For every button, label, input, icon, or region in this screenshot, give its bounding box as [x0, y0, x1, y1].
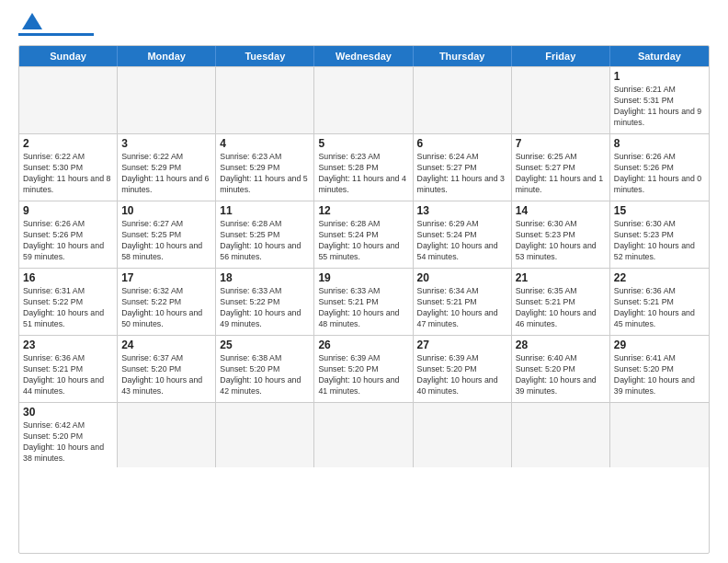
page: SundayMondayTuesdayWednesdayThursdayFrid… — [0, 0, 728, 563]
day-info: Sunrise: 6:33 AM Sunset: 5:21 PM Dayligh… — [318, 286, 408, 330]
calendar-cell-empty-5-4 — [414, 403, 512, 467]
day-number: 5 — [318, 137, 408, 150]
day-number: 8 — [614, 137, 705, 150]
calendar-cell-11: 11Sunrise: 6:28 AM Sunset: 5:25 PM Dayli… — [216, 201, 314, 268]
day-info: Sunrise: 6:39 AM Sunset: 5:20 PM Dayligh… — [318, 353, 408, 397]
calendar-cell-empty-0-5 — [512, 67, 610, 133]
calendar-cell-empty-0-4 — [414, 67, 512, 133]
calendar-row-5: 23Sunrise: 6:36 AM Sunset: 5:21 PM Dayli… — [19, 335, 709, 402]
weekday-header-saturday: Saturday — [610, 46, 709, 66]
calendar-row-1: 1Sunrise: 6:21 AM Sunset: 5:31 PM Daylig… — [19, 66, 709, 133]
calendar-cell-6: 6Sunrise: 6:24 AM Sunset: 5:27 PM Daylig… — [414, 134, 512, 201]
day-number: 16 — [23, 271, 113, 284]
weekday-header-monday: Monday — [118, 46, 216, 66]
calendar-cell-24: 24Sunrise: 6:37 AM Sunset: 5:20 PM Dayli… — [118, 336, 216, 402]
calendar-cell-empty-5-1 — [118, 403, 216, 467]
header — [18, 15, 710, 36]
day-info: Sunrise: 6:28 AM Sunset: 5:24 PM Dayligh… — [318, 219, 408, 263]
day-info: Sunrise: 6:23 AM Sunset: 5:28 PM Dayligh… — [318, 152, 408, 196]
day-number: 13 — [417, 204, 507, 217]
day-info: Sunrise: 6:41 AM Sunset: 5:20 PM Dayligh… — [614, 353, 705, 397]
calendar-cell-21: 21Sunrise: 6:35 AM Sunset: 5:21 PM Dayli… — [512, 269, 610, 335]
calendar-cell-26: 26Sunrise: 6:39 AM Sunset: 5:20 PM Dayli… — [314, 336, 413, 402]
day-number: 6 — [417, 137, 507, 150]
calendar-cell-empty-0-3 — [314, 67, 413, 133]
calendar: SundayMondayTuesdayWednesdayThursdayFrid… — [18, 45, 710, 554]
day-info: Sunrise: 6:30 AM Sunset: 5:23 PM Dayligh… — [516, 219, 606, 263]
calendar-cell-4: 4Sunrise: 6:23 AM Sunset: 5:29 PM Daylig… — [216, 134, 314, 201]
calendar-cell-9: 9Sunrise: 6:26 AM Sunset: 5:26 PM Daylig… — [19, 201, 118, 268]
day-number: 30 — [23, 406, 113, 419]
calendar-cell-14: 14Sunrise: 6:30 AM Sunset: 5:23 PM Dayli… — [512, 201, 610, 268]
day-info: Sunrise: 6:32 AM Sunset: 5:22 PM Dayligh… — [121, 286, 211, 330]
day-info: Sunrise: 6:22 AM Sunset: 5:29 PM Dayligh… — [121, 152, 211, 196]
day-number: 4 — [220, 137, 310, 150]
calendar-cell-3: 3Sunrise: 6:22 AM Sunset: 5:29 PM Daylig… — [118, 134, 216, 201]
weekday-header-thursday: Thursday — [414, 46, 512, 66]
calendar-row-4: 16Sunrise: 6:31 AM Sunset: 5:22 PM Dayli… — [19, 268, 709, 335]
day-info: Sunrise: 6:28 AM Sunset: 5:25 PM Dayligh… — [220, 219, 310, 263]
calendar-cell-15: 15Sunrise: 6:30 AM Sunset: 5:23 PM Dayli… — [610, 201, 709, 268]
day-info: Sunrise: 6:34 AM Sunset: 5:21 PM Dayligh… — [417, 286, 507, 330]
calendar-header: SundayMondayTuesdayWednesdayThursdayFrid… — [19, 46, 709, 66]
day-info: Sunrise: 6:36 AM Sunset: 5:21 PM Dayligh… — [614, 286, 705, 330]
calendar-cell-10: 10Sunrise: 6:27 AM Sunset: 5:25 PM Dayli… — [118, 201, 216, 268]
logo-underline — [18, 33, 94, 36]
day-info: Sunrise: 6:33 AM Sunset: 5:22 PM Dayligh… — [220, 286, 310, 330]
calendar-cell-16: 16Sunrise: 6:31 AM Sunset: 5:22 PM Dayli… — [19, 269, 118, 335]
day-info: Sunrise: 6:22 AM Sunset: 5:30 PM Dayligh… — [23, 152, 113, 196]
day-number: 19 — [318, 271, 408, 284]
calendar-cell-empty-0-2 — [216, 67, 314, 133]
day-number: 11 — [220, 204, 310, 217]
day-info: Sunrise: 6:40 AM Sunset: 5:20 PM Dayligh… — [516, 353, 606, 397]
day-info: Sunrise: 6:31 AM Sunset: 5:22 PM Dayligh… — [23, 286, 113, 330]
calendar-cell-5: 5Sunrise: 6:23 AM Sunset: 5:28 PM Daylig… — [314, 134, 413, 201]
day-number: 24 — [121, 339, 211, 351]
day-number: 2 — [23, 137, 113, 150]
calendar-row-3: 9Sunrise: 6:26 AM Sunset: 5:26 PM Daylig… — [19, 201, 709, 268]
calendar-cell-29: 29Sunrise: 6:41 AM Sunset: 5:20 PM Dayli… — [610, 336, 709, 402]
day-info: Sunrise: 6:30 AM Sunset: 5:23 PM Dayligh… — [614, 219, 705, 263]
day-info: Sunrise: 6:35 AM Sunset: 5:21 PM Dayligh… — [516, 286, 606, 330]
calendar-body: 1Sunrise: 6:21 AM Sunset: 5:31 PM Daylig… — [19, 66, 709, 467]
logo — [18, 15, 94, 36]
calendar-cell-28: 28Sunrise: 6:40 AM Sunset: 5:20 PM Dayli… — [512, 336, 610, 402]
day-number: 27 — [417, 339, 507, 351]
calendar-cell-empty-5-2 — [216, 403, 314, 467]
day-info: Sunrise: 6:27 AM Sunset: 5:25 PM Dayligh… — [121, 219, 211, 263]
calendar-cell-empty-0-0 — [19, 67, 118, 133]
calendar-cell-27: 27Sunrise: 6:39 AM Sunset: 5:20 PM Dayli… — [414, 336, 512, 402]
weekday-header-tuesday: Tuesday — [216, 46, 314, 66]
calendar-cell-1: 1Sunrise: 6:21 AM Sunset: 5:31 PM Daylig… — [610, 67, 709, 133]
calendar-cell-2: 2Sunrise: 6:22 AM Sunset: 5:30 PM Daylig… — [19, 134, 118, 201]
day-number: 23 — [23, 339, 113, 351]
weekday-header-sunday: Sunday — [19, 46, 118, 66]
day-number: 12 — [318, 204, 408, 217]
day-info: Sunrise: 6:21 AM Sunset: 5:31 PM Dayligh… — [614, 85, 705, 129]
day-info: Sunrise: 6:23 AM Sunset: 5:29 PM Dayligh… — [220, 152, 310, 196]
calendar-cell-25: 25Sunrise: 6:38 AM Sunset: 5:20 PM Dayli… — [216, 336, 314, 402]
calendar-cell-empty-5-3 — [314, 403, 413, 467]
day-info: Sunrise: 6:42 AM Sunset: 5:20 PM Dayligh… — [23, 420, 113, 465]
calendar-cell-empty-0-1 — [118, 67, 216, 133]
day-info: Sunrise: 6:37 AM Sunset: 5:20 PM Dayligh… — [121, 353, 211, 397]
day-info: Sunrise: 6:25 AM Sunset: 5:27 PM Dayligh… — [516, 152, 606, 196]
logo-triangle-icon — [22, 11, 42, 31]
calendar-cell-30: 30Sunrise: 6:42 AM Sunset: 5:20 PM Dayli… — [19, 403, 118, 467]
calendar-row-2: 2Sunrise: 6:22 AM Sunset: 5:30 PM Daylig… — [19, 133, 709, 201]
day-number: 9 — [23, 204, 113, 217]
day-info: Sunrise: 6:24 AM Sunset: 5:27 PM Dayligh… — [417, 152, 507, 196]
calendar-row-6: 30Sunrise: 6:42 AM Sunset: 5:20 PM Dayli… — [19, 402, 709, 467]
calendar-cell-7: 7Sunrise: 6:25 AM Sunset: 5:27 PM Daylig… — [512, 134, 610, 201]
weekday-header-friday: Friday — [512, 46, 610, 66]
day-number: 14 — [516, 204, 606, 217]
calendar-cell-22: 22Sunrise: 6:36 AM Sunset: 5:21 PM Dayli… — [610, 269, 709, 335]
day-number: 22 — [614, 271, 705, 284]
day-number: 3 — [121, 137, 211, 150]
weekday-header-wednesday: Wednesday — [314, 46, 413, 66]
day-number: 1 — [614, 70, 705, 83]
day-info: Sunrise: 6:36 AM Sunset: 5:21 PM Dayligh… — [23, 353, 113, 397]
day-info: Sunrise: 6:26 AM Sunset: 5:26 PM Dayligh… — [614, 152, 705, 196]
day-number: 18 — [220, 271, 310, 284]
day-number: 21 — [516, 271, 606, 284]
